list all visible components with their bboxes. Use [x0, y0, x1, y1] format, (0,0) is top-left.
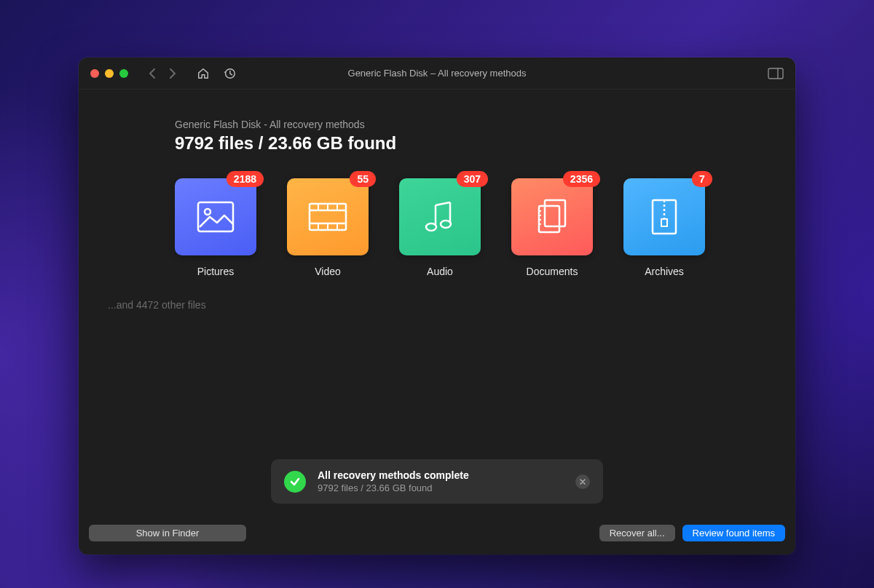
category-row: 2188 Pictures	[175, 178, 759, 277]
footer-bar: Show in Finder Recover all... Review fou…	[79, 518, 795, 555]
history-button[interactable]	[223, 67, 236, 80]
audio-icon	[424, 199, 456, 234]
documents-icon	[535, 199, 570, 235]
svg-rect-24	[661, 219, 667, 226]
home-button[interactable]	[197, 67, 210, 80]
toast-text: All recovery methods complete 9792 files…	[318, 469, 564, 493]
other-files-text: ...and 4472 other files	[108, 299, 759, 311]
category-label: Pictures	[197, 266, 235, 277]
category-tile: 2188	[175, 178, 256, 255]
svg-point-14	[426, 223, 436, 231]
category-tile: 307	[399, 178, 481, 255]
category-archives[interactable]: 7 Archives	[623, 178, 705, 277]
chevron-right-icon	[169, 68, 176, 79]
count-badge: 307	[457, 171, 488, 187]
minimize-window-button[interactable]	[105, 69, 114, 78]
review-found-items-button[interactable]: Review found items	[682, 525, 785, 541]
category-pictures[interactable]: 2188 Pictures	[175, 178, 256, 277]
recover-all-button[interactable]: Recover all...	[599, 525, 675, 541]
category-label: Audio	[427, 266, 453, 277]
svg-rect-1	[768, 68, 783, 79]
count-badge: 7	[692, 171, 712, 187]
main-content: Generic Flash Disk - All recovery method…	[79, 90, 795, 518]
toast-close-button[interactable]	[575, 474, 590, 489]
category-label: Video	[315, 266, 341, 277]
toast-subtitle: 9792 files / 23.66 GB found	[318, 482, 564, 493]
count-badge: 2356	[563, 171, 600, 187]
scan-location-label: Generic Flash Disk - All recovery method…	[175, 119, 759, 130]
chevron-left-icon	[149, 68, 156, 79]
forward-button[interactable]	[169, 68, 176, 79]
checkmark-icon	[289, 476, 301, 488]
show-in-finder-button[interactable]: Show in Finder	[89, 525, 246, 541]
traffic-lights	[90, 69, 128, 78]
video-icon	[308, 202, 347, 231]
svg-point-4	[205, 209, 210, 215]
pictures-icon	[197, 201, 235, 233]
close-window-button[interactable]	[90, 69, 99, 78]
history-icon	[223, 67, 236, 80]
svg-rect-16	[545, 200, 565, 226]
category-video[interactable]: 55 Video	[287, 178, 369, 277]
count-badge: 2188	[227, 171, 264, 187]
archives-icon	[650, 199, 679, 235]
success-icon	[284, 471, 306, 493]
scan-summary-headline: 9792 files / 23.66 GB found	[175, 133, 759, 154]
home-icon	[197, 67, 210, 80]
toolbar-nav	[149, 67, 236, 80]
category-label: Archives	[645, 266, 684, 277]
category-audio[interactable]: 307 Audio	[399, 178, 481, 277]
back-button[interactable]	[149, 68, 156, 79]
close-icon	[580, 479, 586, 485]
count-badge: 55	[350, 171, 376, 187]
category-tile: 55	[287, 178, 369, 255]
titlebar: Generic Flash Disk – All recovery method…	[79, 57, 795, 90]
toast-title: All recovery methods complete	[318, 469, 564, 481]
svg-rect-17	[539, 206, 559, 232]
category-tile: 2356	[511, 178, 593, 255]
svg-rect-3	[198, 202, 233, 231]
category-tile: 7	[623, 178, 705, 255]
svg-point-15	[441, 220, 451, 228]
completion-toast: All recovery methods complete 9792 files…	[271, 459, 603, 504]
sidebar-toggle-button[interactable]	[768, 68, 784, 79]
panel-icon	[768, 68, 784, 79]
category-label: Documents	[527, 266, 578, 277]
category-documents[interactable]: 2356 Documents	[511, 178, 593, 277]
window-title: Generic Flash Disk – All recovery method…	[348, 68, 527, 79]
maximize-window-button[interactable]	[119, 69, 128, 78]
app-window: Generic Flash Disk – All recovery method…	[79, 57, 795, 555]
